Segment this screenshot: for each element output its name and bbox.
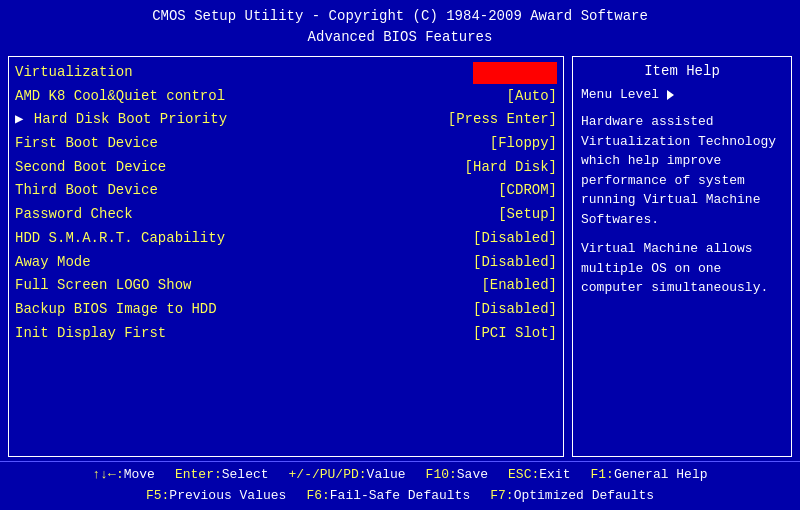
bios-row[interactable]: Second Boot Device[Hard Disk] (15, 156, 557, 180)
footer-item: F5:Previous Values (146, 486, 286, 507)
row-value: [Hard Disk] (465, 157, 557, 179)
footer-item: F7:Optimized Defaults (490, 486, 654, 507)
row-value: [Disabled] (473, 252, 557, 274)
footer-key: F10: (426, 467, 457, 482)
bios-row[interactable]: HDD S.M.A.R.T. Capability[Disabled] (15, 227, 557, 251)
row-label: Full Screen LOGO Show (15, 275, 235, 297)
bios-row[interactable]: Password Check[Setup] (15, 203, 557, 227)
row-label: Backup BIOS Image to HDD (15, 299, 235, 321)
row-label: Away Mode (15, 252, 235, 274)
footer-row2: F5:Previous ValuesF6:Fail-Safe DefaultsF… (8, 486, 792, 507)
row-value: [Auto] (507, 86, 557, 108)
row-value: [Setup] (498, 204, 557, 226)
menu-level-label: Menu Level (581, 87, 659, 102)
header-line2: Advanced BIOS Features (0, 27, 800, 48)
footer-item: Enter:Select (175, 465, 269, 486)
footer-key: Enter: (175, 467, 222, 482)
footer-action: Move (124, 467, 155, 482)
footer-row1: ↑↓←:MoveEnter:Select+/-/PU/PD:ValueF10:S… (8, 465, 792, 486)
bios-row[interactable]: Third Boot Device[CDROM] (15, 179, 557, 203)
footer-item: F1:General Help (590, 465, 707, 486)
arrow-icon: ▶ (15, 111, 32, 127)
row-label: HDD S.M.A.R.T. Capability (15, 228, 235, 250)
row-label: AMD K8 Cool&Quiet control (15, 86, 235, 108)
item-help-title: Item Help (581, 63, 783, 79)
bios-row[interactable]: ▶ Hard Disk Boot Priority[Press Enter] (15, 108, 557, 132)
help-paragraph: Hardware assisted Virtualization Technol… (581, 112, 783, 229)
footer-key: +/-/PU/PD: (289, 467, 367, 482)
bios-row[interactable]: Virtualization[Disabled] (15, 61, 557, 85)
row-label: First Boot Device (15, 133, 235, 155)
row-value: [Disabled] (473, 228, 557, 250)
footer-action: Fail-Safe Defaults (330, 488, 470, 503)
bios-row[interactable]: AMD K8 Cool&Quiet control[Auto] (15, 85, 557, 109)
footer-action: General Help (614, 467, 708, 482)
right-panel: Item Help Menu Level Hardware assisted V… (572, 56, 792, 457)
row-label: Init Display First (15, 323, 235, 345)
row-value: [Disabled] (473, 299, 557, 321)
row-label: Password Check (15, 204, 235, 226)
footer-item: F10:Save (426, 465, 488, 486)
row-label: Virtualization (15, 62, 235, 84)
main-content: Virtualization[Disabled] AMD K8 Cool&Qui… (0, 52, 800, 461)
left-panel: Virtualization[Disabled] AMD K8 Cool&Qui… (8, 56, 564, 457)
footer-action: Value (367, 467, 406, 482)
bios-row[interactable]: Backup BIOS Image to HDD[Disabled] (15, 298, 557, 322)
footer-action: Exit (539, 467, 570, 482)
help-text: Hardware assisted Virtualization Technol… (581, 112, 783, 298)
footer-item: ESC:Exit (508, 465, 570, 486)
row-value: [PCI Slot] (473, 323, 557, 345)
bios-screen: CMOS Setup Utility - Copyright (C) 1984-… (0, 0, 800, 510)
help-paragraph: Virtual Machine allows multiple OS on on… (581, 239, 783, 298)
footer-item: F6:Fail-Safe Defaults (306, 486, 470, 507)
row-label: Second Boot Device (15, 157, 235, 179)
footer-action: Previous Values (169, 488, 286, 503)
row-value: [Floppy] (490, 133, 557, 155)
bios-row[interactable]: Init Display First[PCI Slot] (15, 322, 557, 346)
footer-key: ↑↓←: (93, 467, 124, 482)
footer-key: F5: (146, 488, 169, 503)
bios-row[interactable]: Full Screen LOGO Show[Enabled] (15, 274, 557, 298)
footer-key: F7: (490, 488, 513, 503)
header-line1: CMOS Setup Utility - Copyright (C) 1984-… (0, 6, 800, 27)
footer-action: Select (222, 467, 269, 482)
footer-action: Optimized Defaults (514, 488, 654, 503)
footer-action: Save (457, 467, 488, 482)
footer-key: F1: (590, 467, 613, 482)
menu-level-row: Menu Level (581, 87, 783, 102)
row-label: Third Boot Device (15, 180, 235, 202)
footer-item: ↑↓←:Move (93, 465, 155, 486)
footer-key: F6: (306, 488, 329, 503)
bios-row[interactable]: Away Mode[Disabled] (15, 251, 557, 275)
footer-item: +/-/PU/PD:Value (289, 465, 406, 486)
row-value: [Disabled] (473, 62, 557, 84)
triangle-icon (667, 90, 674, 100)
footer-key: ESC: (508, 467, 539, 482)
footer: ↑↓←:MoveEnter:Select+/-/PU/PD:ValueF10:S… (0, 461, 800, 510)
row-label: ▶ Hard Disk Boot Priority (15, 109, 235, 131)
bios-row[interactable]: First Boot Device[Floppy] (15, 132, 557, 156)
bios-header: CMOS Setup Utility - Copyright (C) 1984-… (0, 0, 800, 52)
row-value: [CDROM] (498, 180, 557, 202)
row-value: [Enabled] (481, 275, 557, 297)
row-value: [Press Enter] (448, 109, 557, 131)
